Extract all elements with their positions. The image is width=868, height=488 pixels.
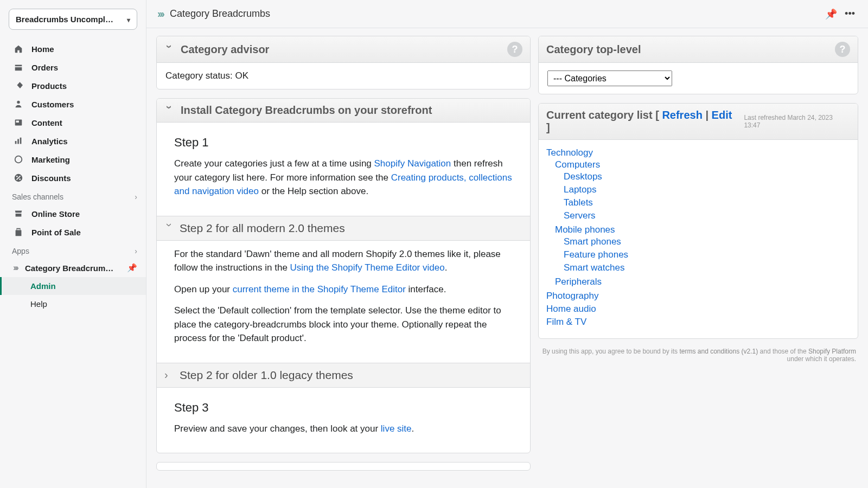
shopify-navigation-link[interactable]: Shopify Navigation [374, 158, 451, 169]
sales-channels-header[interactable]: Sales channels › [0, 187, 146, 204]
sidebar-item-label: Home [31, 44, 54, 54]
current-theme-link[interactable]: current theme in the Shopify Theme Edito… [233, 284, 406, 294]
category-node: Desktops [564, 170, 850, 183]
category-list-panel: Current category list [ Refresh | Edit ]… [538, 103, 858, 339]
subnav-admin[interactable]: Admin [0, 277, 146, 295]
category-link[interactable]: Feature phones [564, 249, 628, 260]
svg-point-0 [17, 101, 20, 104]
sidebar-item-label: Analytics [31, 137, 68, 146]
category-link[interactable]: Smart phones [564, 236, 621, 247]
install-title: Install Category Breadcrumbs on your sto… [181, 104, 432, 117]
content-icon [13, 118, 24, 127]
step2-modern-p2: Open up your current theme in the Shopif… [174, 282, 513, 297]
app-entry-label: Category Breadcrum… [25, 264, 113, 273]
category-node: Peripherals [555, 275, 850, 288]
help-icon[interactable]: ? [507, 42, 522, 57]
customers-icon [13, 99, 24, 109]
step2-legacy-toggle[interactable]: Step 2 for older 1.0 legacy themes [157, 363, 530, 388]
edit-link[interactable]: Edit [712, 109, 732, 121]
step2-modern-toggle[interactable]: Step 2 for all modern 2.0 themes [157, 216, 530, 241]
sidebar-item-customers[interactable]: Customers [0, 95, 146, 113]
pin-icon[interactable]: 📌 [127, 263, 137, 273]
svg-rect-3 [15, 141, 17, 144]
category-link[interactable]: Laptops [564, 184, 597, 195]
category-node: Mobile phonesSmart phonesFeature phonesS… [555, 223, 850, 275]
refresh-link[interactable]: Refresh [662, 109, 702, 121]
category-node: Photography [546, 290, 850, 303]
top-level-header: Category top-level ? [539, 36, 858, 63]
apps-header[interactable]: Apps › [0, 241, 146, 259]
chevron-right-icon [164, 369, 174, 381]
orders-icon [13, 62, 24, 72]
svg-rect-5 [20, 138, 22, 144]
page-title: Category Breadcrumbs [170, 8, 270, 20]
category-link[interactable]: Peripherals [555, 277, 602, 287]
sidebar-app-breadcrumbs[interactable]: ››› Category Breadcrum… 📌 [0, 259, 146, 277]
top-level-title: Category top-level [546, 43, 641, 56]
sidebar: Breadcrumbs Uncompl… HomeOrdersProductsC… [0, 0, 146, 488]
svg-point-6 [15, 156, 22, 163]
category-node: Laptops [564, 183, 850, 196]
category-advisor-header[interactable]: Category advisor ? [157, 36, 530, 63]
subnav-help[interactable]: Help [0, 295, 146, 313]
sidebar-item-pos[interactable]: Point of Sale [0, 223, 146, 241]
category-link[interactable]: Smart watches [564, 262, 624, 273]
sidebar-item-label: Online Store [31, 209, 80, 219]
products-icon [13, 81, 24, 91]
chevron-down-icon [163, 106, 176, 115]
category-link[interactable]: Film & TV [546, 317, 586, 327]
live-site-link[interactable]: live site [381, 423, 412, 434]
app-logo-icon: ››› [13, 262, 17, 273]
category-link[interactable]: Technology [546, 147, 593, 158]
category-link[interactable]: Home audio [546, 304, 596, 314]
main: ››› Category Breadcrumbs 📌 ••• Category … [146, 0, 868, 488]
step2-modern-p1: For the standard 'Dawn' theme and all mo… [174, 247, 513, 275]
category-link[interactable]: Tablets [564, 197, 593, 208]
category-top-level-select[interactable]: --- Categories [547, 70, 672, 86]
app-selector-label: Breadcrumbs Uncompl… [16, 15, 113, 24]
pos-icon [13, 227, 24, 237]
svg-point-8 [16, 176, 18, 177]
sidebar-item-label: Point of Sale [31, 228, 81, 237]
sidebar-item-discounts[interactable]: Discounts [0, 169, 146, 187]
category-node: Servers [564, 209, 850, 222]
chevron-down-icon [127, 15, 130, 24]
step2-legacy-heading: Step 2 for older 1.0 legacy themes [180, 369, 353, 382]
category-link[interactable]: Mobile phones [555, 224, 615, 235]
more-button[interactable]: ••• [845, 8, 855, 20]
sidebar-item-label: Content [31, 118, 62, 127]
analytics-icon [13, 136, 24, 146]
category-node: TechnologyComputersDesktopsLaptopsTablet… [546, 146, 850, 290]
sales-channels-label: Sales channels [12, 192, 63, 201]
category-link[interactable]: Servers [564, 210, 596, 221]
sidebar-item-label: Orders [31, 63, 58, 72]
category-tree: TechnologyComputersDesktopsLaptopsTablet… [546, 146, 850, 329]
pin-button[interactable]: 📌 [825, 8, 837, 20]
app-selector[interactable]: Breadcrumbs Uncompl… [9, 9, 137, 30]
terms-link[interactable]: terms and conditions (v2.1) [679, 348, 758, 355]
sidebar-item-content[interactable]: Content [0, 113, 146, 132]
sidebar-item-label: Discounts [31, 174, 71, 183]
install-header[interactable]: Install Category Breadcrumbs on your sto… [157, 99, 530, 123]
category-link[interactable]: Desktops [564, 171, 602, 182]
sidebar-item-marketing[interactable]: Marketing [0, 150, 146, 169]
sidebar-item-analytics[interactable]: Analytics [0, 132, 146, 150]
sidebar-item-home[interactable]: Home [0, 40, 146, 58]
category-advisor-panel: Category advisor ? Category status: OK [156, 36, 531, 89]
category-link[interactable]: Photography [546, 291, 598, 301]
sidebar-item-online[interactable]: Online Store [0, 204, 146, 223]
category-link[interactable]: Computers [555, 159, 600, 170]
step3-heading: Step 3 [174, 399, 513, 416]
category-node: Film & TV [546, 316, 850, 329]
install-panel: Install Category Breadcrumbs on your sto… [156, 98, 531, 453]
sidebar-item-products[interactable]: Products [0, 76, 146, 95]
svg-rect-4 [17, 139, 19, 144]
sidebar-item-orders[interactable]: Orders [0, 58, 146, 76]
category-advisor-title: Category advisor [181, 43, 269, 56]
help-icon[interactable]: ? [835, 42, 850, 57]
platform-link[interactable]: Shopify Platform [808, 348, 856, 355]
next-panel-peek [156, 462, 531, 471]
theme-editor-video-link[interactable]: Using the Shopify Theme Editor video [290, 262, 445, 273]
svg-point-9 [19, 178, 21, 180]
chevron-down-icon [163, 223, 176, 233]
